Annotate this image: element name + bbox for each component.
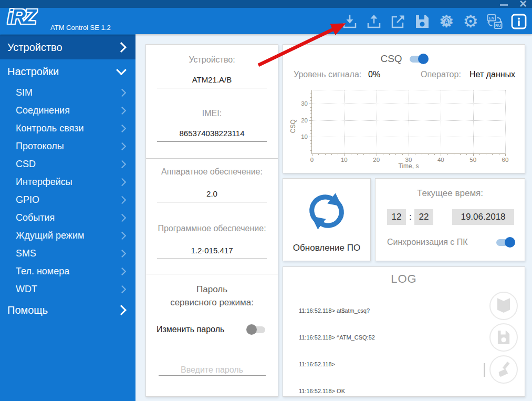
csq-header: CSQ	[283, 53, 525, 65]
operator-label: Оператор:	[421, 70, 461, 79]
chevron-icon	[118, 196, 127, 204]
chart-x-axis-label: Time, s	[311, 162, 506, 170]
sidebar-item-label: Ждущий режим	[16, 230, 84, 241]
software-value: 1.2-015.417	[157, 246, 267, 259]
app-title: ATM Control SE 1.2	[50, 24, 111, 32]
log-clear-button[interactable]	[489, 355, 518, 384]
app-header: iRZ ATM Control SE 1.2	[0, 8, 532, 34]
chart-y-axis-label: CSQ	[289, 119, 297, 133]
hardware-label: Аппаратное обеспечение:	[146, 167, 278, 177]
chevron-icon	[118, 249, 127, 258]
sidebar-item-help[interactable]: Помощь	[0, 298, 135, 322]
info-icon[interactable]	[510, 13, 528, 30]
log-line: 11:16:52.118> ^ATM_CSQ:52	[299, 334, 480, 341]
sidebar-item-label: Соединения	[16, 105, 70, 116]
change-password-toggle[interactable]	[247, 326, 265, 333]
firmware-section: Аппаратное обеспечение: 2.0 Программное …	[146, 158, 278, 274]
sidebar-nav: Устройство Настройки SIM Соединения Конт…	[0, 34, 135, 401]
sidebar-item-sim[interactable]: SIM	[0, 84, 135, 101]
irz-logo: iRZ	[7, 6, 35, 28]
imei-value: 865374038223114	[157, 129, 267, 142]
sidebar-item-settings[interactable]: Настройки	[0, 59, 135, 84]
save-icon[interactable]	[413, 13, 431, 30]
toolbar: ⚙ A ⚙ EN RU	[341, 11, 528, 32]
firmware-update-label: Обновление ПО	[283, 243, 370, 253]
device-value: ATM21.A/B	[157, 75, 267, 88]
csq-title: CSQ	[380, 53, 402, 65]
signal-level-value: 0%	[368, 70, 380, 79]
sidebar-item-protocols[interactable]: Протоколы	[0, 137, 135, 155]
svg-text:EN: EN	[489, 16, 494, 20]
chevron-icon	[116, 42, 127, 53]
book-icon	[491, 292, 517, 320]
password-section: Пароль сервисного режима: Изменить парол…	[146, 274, 278, 396]
device-label: Устройство:	[146, 55, 278, 65]
sidebar-item-events[interactable]: События	[0, 209, 135, 227]
change-password-row: Изменить пароль	[157, 325, 265, 334]
minute-field[interactable]: 22	[414, 209, 433, 225]
window-titlebar: ×	[0, 0, 532, 8]
sidebar-item-sms[interactable]: SMS	[0, 244, 135, 262]
settings-gear-icon[interactable]: ⚙	[462, 13, 479, 30]
auto-settings-gear-icon[interactable]: ⚙ A	[437, 13, 455, 30]
log-line: 11:16:52.118> OK	[299, 388, 480, 395]
refresh-icon	[302, 187, 351, 238]
sidebar-item-label: SMS	[16, 248, 36, 259]
sidebar-item-label: Помощь	[7, 304, 48, 316]
sidebar-item-interfaces[interactable]: Интерфейсы	[0, 173, 135, 191]
chevron-icon	[118, 124, 127, 132]
device-section: Устройство: ATM21.A/B IMEI: 865374038223…	[146, 45, 278, 158]
chevron-icon	[118, 88, 127, 97]
sidebar-item-standby-mode[interactable]: Ждущий режим	[0, 227, 135, 244]
hardware-value: 2.0	[157, 189, 267, 202]
pc-sync-toggle[interactable]	[496, 239, 514, 246]
chevron-icon	[118, 267, 127, 275]
chevron-icon	[118, 160, 127, 168]
log-view-button[interactable]	[489, 292, 518, 320]
time-colon: :	[409, 209, 412, 225]
imei-label: IMEI:	[146, 109, 278, 118]
sidebar-item-device[interactable]: Устройство	[0, 35, 135, 59]
export-icon[interactable]	[389, 13, 407, 30]
log-scrollbar-thumb[interactable]	[484, 363, 485, 377]
close-button[interactable]: ×	[516, 0, 530, 11]
device-info-card: Устройство: ATM21.A/B IMEI: 865374038223…	[145, 44, 278, 397]
pc-sync-row: Синхронизация с ПК	[387, 238, 514, 247]
change-password-label: Изменить пароль	[157, 325, 224, 334]
sidebar-item-link-control[interactable]: Контроль связи	[0, 119, 135, 137]
chevron-icon	[116, 65, 127, 75]
floppy-icon	[491, 323, 517, 352]
sidebar-item-phone-numbers[interactable]: Тел. номера	[0, 262, 135, 280]
hour-field[interactable]: 12	[387, 209, 406, 225]
minimize-button[interactable]	[500, 4, 508, 6]
download-icon[interactable]	[341, 13, 359, 30]
sidebar-item-label: Протоколы	[16, 141, 64, 152]
log-title: LOG	[283, 272, 525, 286]
chevron-icon	[118, 106, 127, 115]
log-card: LOG 11:16:52.118> at$atm_csq? 11:16:52.1…	[283, 266, 525, 397]
pc-sync-label: Синхронизация с ПК	[387, 238, 468, 247]
sidebar-item-gpio[interactable]: GPIO	[0, 191, 135, 209]
upload-icon[interactable]	[365, 13, 383, 30]
log-output[interactable]: 11:16:52.118> at$atm_csq? 11:16:52.118> …	[299, 294, 480, 401]
sidebar-item-label: Контроль связи	[16, 123, 84, 134]
log-line: 11:16:52.118> at$atm_csq?	[299, 307, 480, 314]
log-save-button[interactable]	[489, 323, 518, 352]
log-line: 11:16:52.118>	[299, 361, 480, 368]
csq-toggle[interactable]	[410, 56, 427, 63]
sidebar-item-label: GPIO	[16, 194, 39, 205]
sidebar-item-connections[interactable]: Соединения	[0, 101, 135, 119]
password-input[interactable]	[159, 365, 266, 376]
date-field[interactable]: 19.06.2018	[452, 209, 514, 225]
current-time-title: Текущее время:	[375, 188, 525, 199]
language-switch-icon[interactable]: EN RU	[486, 13, 504, 30]
sidebar-item-wdt[interactable]: WDT	[0, 280, 135, 298]
sidebar-item-label: Интерфейсы	[16, 177, 72, 188]
software-label: Программное обеспечение:	[146, 224, 278, 233]
firmware-update-button[interactable]: Обновление ПО	[283, 178, 371, 261]
chevron-icon	[118, 213, 127, 222]
chevron-icon	[118, 142, 127, 150]
chevron-icon	[118, 178, 127, 186]
sidebar-item-csd[interactable]: CSD	[0, 155, 135, 173]
sidebar-item-label: CSD	[16, 159, 36, 170]
